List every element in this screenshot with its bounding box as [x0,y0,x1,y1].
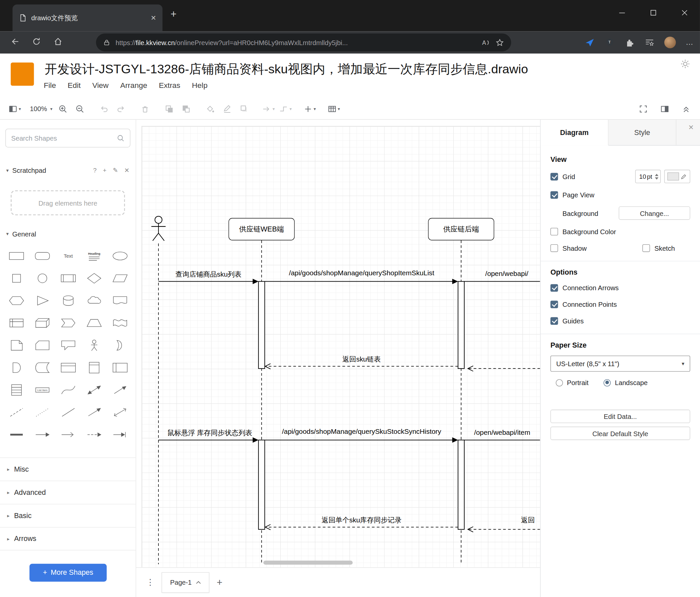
note-shape[interactable] [4,334,29,356]
back-icon[interactable] [10,37,20,48]
simple-arrow-shape[interactable] [55,424,81,446]
triangle-shape[interactable] [29,290,55,312]
tape-shape[interactable] [107,312,133,334]
message-label[interactable]: 返回 [521,516,535,525]
connection-style-button[interactable]: ▾ [261,101,276,116]
pages-menu-icon[interactable]: ⋮ [146,577,154,588]
line-shape[interactable] [55,401,81,424]
menu-file[interactable]: File [44,81,56,90]
browser-menu-icon[interactable]: … [686,38,694,47]
scratchpad-edit-icon[interactable]: ✎ [113,167,118,174]
section-arrows[interactable]: ▸ Arrows [0,527,135,550]
text-shape[interactable]: Text [55,245,81,267]
participant-web[interactable]: 供应链WEB端 [229,218,295,240]
close-format-panel-icon[interactable]: ✕ [682,120,700,145]
grid-size-input[interactable]: 10 pt [635,170,660,183]
horizontal-container-shape[interactable] [107,357,133,379]
profile-avatar[interactable] [664,37,676,48]
more-shapes-button[interactable]: + More Shapes [29,564,107,582]
paper-size-select[interactable]: US-Letter (8,5" x 11") ▾ [551,356,691,372]
extension-icon-blue[interactable] [584,37,595,48]
zoom-out-icon[interactable] [73,101,88,116]
menu-view[interactable]: View [92,81,108,90]
clear-default-style-button[interactable]: Clear Default Style [551,427,691,440]
scratchpad-help-icon[interactable]: ? [93,167,97,174]
heading-shape[interactable]: Heading [81,245,107,267]
ellipse-shape[interactable] [107,245,133,267]
fullscreen-icon[interactable] [636,101,651,116]
grid-checkbox[interactable] [551,173,558,181]
curve-shape[interactable] [55,379,81,401]
circle-shape[interactable] [29,267,55,289]
cloud-shape[interactable] [81,290,107,312]
search-input[interactable] [11,134,114,142]
line-color-icon[interactable] [220,101,235,116]
waypoint-style-button[interactable]: ▾ [278,101,293,116]
hexagon-shape[interactable] [4,290,29,312]
close-window-button[interactable] [669,0,700,25]
new-tab-button[interactable]: + [171,8,177,20]
section-basic[interactable]: ▸ Basic [0,504,135,527]
edit-data-button[interactable]: Edit Data... [551,410,691,423]
internal-storage-shape[interactable] [4,312,29,334]
format-panel-toggle-icon[interactable] [657,101,673,116]
data-storage-shape[interactable] [29,357,55,379]
change-background-button[interactable]: Change... [619,206,691,219]
shield-extension-icon[interactable]: T [605,38,615,47]
background-color-checkbox[interactable] [551,228,558,235]
refresh-icon[interactable] [32,37,41,48]
actor-shape[interactable] [81,334,107,356]
tab-close-icon[interactable]: ✕ [150,14,156,22]
shape-search-box[interactable] [5,129,130,148]
list-shape[interactable] [4,379,29,401]
tab-style[interactable]: Style [608,120,676,145]
theme-toggle-sun-icon[interactable] [680,59,691,71]
square-shape[interactable] [4,267,29,289]
to-back-icon[interactable] [179,101,194,116]
and-shape[interactable] [4,357,29,379]
cylinder-shape[interactable] [55,290,81,312]
connection-arrows-checkbox[interactable] [551,284,558,291]
message-label[interactable]: 返回单个sku库存同步记录 [322,516,401,525]
scratchpad-header[interactable]: ▾ Scratchpad ? + ✎ ✕ [0,163,135,178]
guides-checkbox[interactable] [551,317,558,325]
menu-help[interactable]: Help [192,81,207,90]
diagonal-arrow-shape[interactable] [81,401,107,424]
scratchpad-dropzone[interactable]: Drag elements here [10,190,125,215]
favorite-star-icon[interactable] [496,38,504,47]
collapse-toolbar-icon[interactable] [678,101,694,116]
view-panels-button[interactable]: ▾ [7,101,23,116]
diagram-canvas[interactable]: 供应链WEB端 供应链后端 查询店铺商品sku列表 /api/goods/sho… [136,120,540,568]
process-shape[interactable] [55,267,81,289]
list-item-shape[interactable]: List Item [29,379,55,401]
sketch-checkbox[interactable] [642,244,650,252]
message-label[interactable]: 鼠标悬浮 库存同步状态列表 [167,429,252,438]
to-front-icon[interactable] [162,101,177,116]
parallelogram-shape[interactable] [107,267,133,289]
directional-arrow-shape[interactable] [107,379,133,401]
portrait-radio[interactable]: Portrait [556,379,589,386]
callout-shape[interactable] [55,334,81,356]
redo-icon[interactable] [114,101,129,116]
grid-size-spinner[interactable] [655,173,658,180]
favorites-list-icon[interactable] [645,38,655,47]
grid-color-button[interactable] [664,170,690,183]
minimize-button[interactable] [606,0,638,25]
dotted-line-shape[interactable] [29,401,55,424]
trapezoid-shape[interactable] [81,312,107,334]
message-label[interactable]: /api/goods/shopManage/queryShopItemSkuLi… [289,269,434,277]
browser-tab[interactable]: drawio文件预览 ✕ [12,4,163,31]
landscape-radio[interactable]: Landscape [604,379,648,386]
vertical-container-shape[interactable] [81,357,107,379]
actor-figure[interactable] [151,216,166,241]
delete-icon[interactable] [138,101,153,116]
connection-points-checkbox[interactable] [551,301,558,308]
section-general[interactable]: ▾ General [0,226,135,241]
menu-arrange[interactable]: Arrange [120,81,147,90]
step-shape[interactable] [55,312,81,334]
diamond-shape[interactable] [81,267,107,289]
horizontal-scrollbar[interactable] [264,560,353,565]
scratchpad-close-icon[interactable]: ✕ [124,167,130,174]
message-label[interactable]: /api/goods/shopManage/querySkuStockSyncH… [282,428,441,435]
message-label[interactable]: /open/webapi/item [474,429,530,436]
